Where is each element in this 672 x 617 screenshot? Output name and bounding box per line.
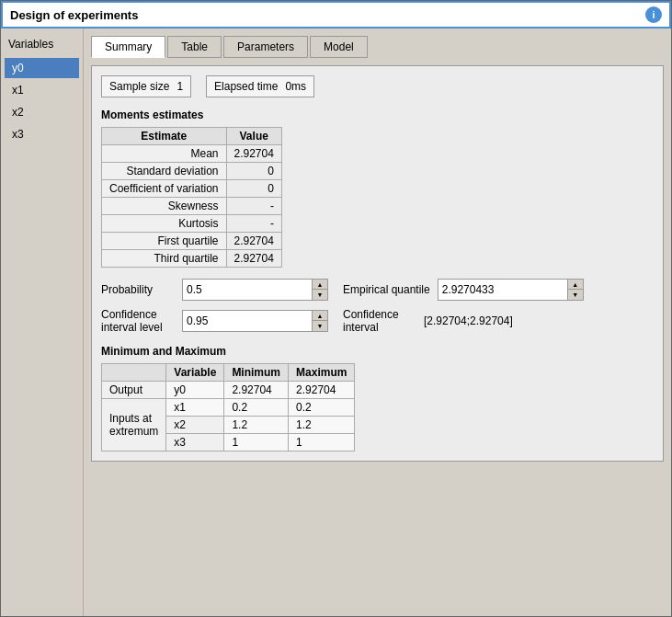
sidebar: Variables y0 x1 x2 x3 (1, 29, 84, 616)
elapsed-time-box: Elapsed time 0ms (206, 75, 314, 97)
minmax-col-maximum: Maximum (289, 364, 355, 382)
moments-table: Estimate Value Mean2.92704Standard devia… (101, 127, 282, 268)
window-title: Design of experiments (10, 8, 138, 22)
tab-parameters[interactable]: Parameters (223, 36, 308, 58)
table-row: Mean2.92704 (102, 145, 282, 163)
moments-title: Moments estimates (101, 109, 654, 121)
probability-label: Probability (101, 283, 175, 296)
confidence-level-up-button[interactable]: ▲ (313, 311, 327, 321)
minmax-table: Variable Minimum Maximum Output y0 2.927… (101, 363, 355, 451)
confidence-interval-row: Confidence interval [2.92704;2.92704] (343, 308, 534, 334)
title-bar: Design of experiments i (1, 1, 671, 29)
sample-size-value: 1 (177, 80, 183, 93)
main-area: Variables y0 x1 x2 x3 Summary Table Para… (1, 29, 671, 616)
info-button[interactable]: i (645, 6, 662, 23)
tab-bar: Summary Table Parameters Model (91, 36, 664, 58)
confidence-level-down-button[interactable]: ▼ (313, 321, 327, 331)
moments-col-value: Value (226, 128, 281, 145)
tab-table[interactable]: Table (167, 36, 222, 58)
empirical-quantile-row: Empirical quantile ▲ ▼ (343, 279, 584, 301)
minmax-col-minimum: Minimum (224, 364, 289, 382)
output-label: Output (102, 382, 166, 399)
confidence-level-row: Confidence interval level ▲ ▼ (101, 308, 328, 334)
sidebar-item-y0[interactable]: y0 (5, 58, 79, 78)
confidence-level-spinner-buttons: ▲ ▼ (312, 311, 327, 331)
confidence-level-label: Confidence interval level (101, 308, 175, 334)
sample-size-label: Sample size (109, 80, 169, 93)
sidebar-item-x2[interactable]: x2 (5, 102, 79, 122)
table-row: Standard deviation0 (102, 163, 282, 180)
probability-up-button[interactable]: ▲ (313, 280, 327, 290)
variables-label: Variables (5, 36, 79, 52)
main-window: Design of experiments i Variables y0 x1 … (0, 0, 672, 617)
table-row: First quartile2.92704 (102, 233, 282, 250)
empirical-quantile-up-button[interactable]: ▲ (568, 280, 583, 290)
elapsed-time-label: Elapsed time (214, 80, 278, 93)
sidebar-item-x3[interactable]: x3 (5, 124, 79, 144)
summary-panel: Sample size 1 Elapsed time 0ms Moments e… (91, 65, 664, 462)
empirical-quantile-spinner-buttons: ▲ ▼ (567, 280, 583, 300)
empirical-quantile-down-button[interactable]: ▼ (568, 290, 583, 300)
probability-down-button[interactable]: ▼ (313, 290, 327, 300)
probability-input[interactable] (183, 280, 312, 300)
table-row: Coefficient of variation0 (102, 180, 282, 198)
confidence-level-spinner[interactable]: ▲ ▼ (182, 310, 328, 332)
probability-spinner[interactable]: ▲ ▼ (182, 279, 328, 301)
table-row: Output y0 2.92704 2.92704 (102, 382, 355, 399)
table-row: Inputs at extremum x1 0.2 0.2 (102, 399, 355, 417)
content-area: Summary Table Parameters Model Sample si… (84, 29, 671, 616)
sample-size-box: Sample size 1 (101, 75, 191, 97)
probability-row: Probability ▲ ▼ (101, 279, 328, 301)
sidebar-item-x1[interactable]: x1 (5, 80, 79, 100)
confidence-level-input[interactable] (183, 311, 312, 331)
empirical-quantile-spinner[interactable]: ▲ ▼ (438, 279, 584, 301)
empirical-quantile-label: Empirical quantile (343, 283, 430, 296)
minmax-title: Minimum and Maximum (101, 345, 654, 358)
confidence-interval-label: Confidence interval (343, 308, 416, 334)
meta-info-row: Sample size 1 Elapsed time 0ms (101, 75, 654, 97)
table-row: Third quartile2.92704 (102, 250, 282, 268)
tab-summary[interactable]: Summary (91, 36, 165, 58)
inputs-label: Inputs at extremum (102, 399, 166, 451)
elapsed-time-value: 0ms (285, 80, 306, 93)
table-row: Kurtosis- (102, 215, 282, 233)
minmax-col-variable: Variable (166, 364, 224, 382)
confidence-interval-value: [2.92704;2.92704] (424, 314, 534, 327)
probability-spinner-buttons: ▲ ▼ (312, 280, 327, 300)
empirical-quantile-input[interactable] (439, 280, 567, 300)
table-row: Skewness- (102, 198, 282, 215)
moments-col-estimate: Estimate (102, 128, 227, 145)
tab-model[interactable]: Model (310, 36, 368, 58)
